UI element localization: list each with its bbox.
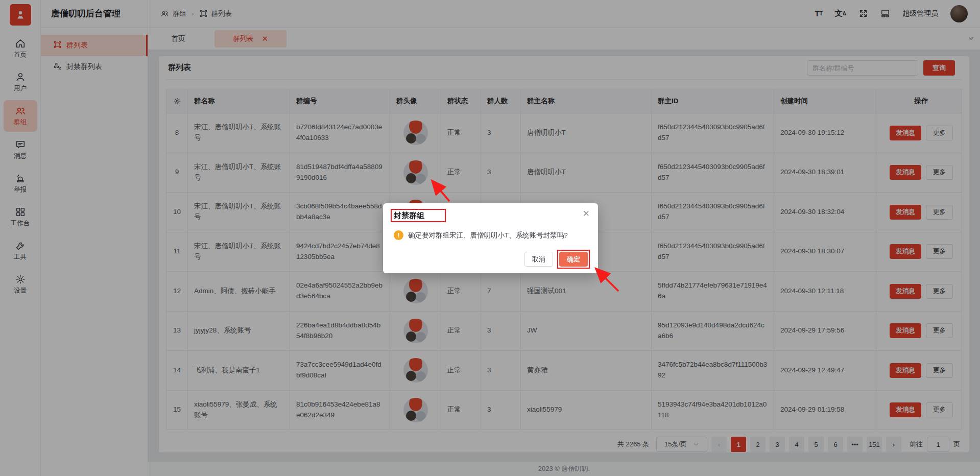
cancel-button[interactable]: 取消	[524, 252, 553, 267]
modal-message: 确定要对群组宋江、唐僧叨叨小T、系统账号封禁吗?	[408, 231, 568, 240]
modal-title: 封禁群组	[394, 211, 424, 221]
confirm-button[interactable]: 确定	[559, 252, 588, 267]
close-icon[interactable]: ✕	[583, 209, 590, 218]
modal-body: ! 确定要对群组宋江、唐僧叨叨小T、系统账号封禁吗?	[394, 230, 568, 240]
modal-buttons: 取消 确定	[524, 252, 588, 267]
ban-group-modal: 封禁群组 ✕ ! 确定要对群组宋江、唐僧叨叨小T、系统账号封禁吗? 取消 确定	[383, 203, 598, 273]
warning-icon: !	[394, 230, 403, 240]
